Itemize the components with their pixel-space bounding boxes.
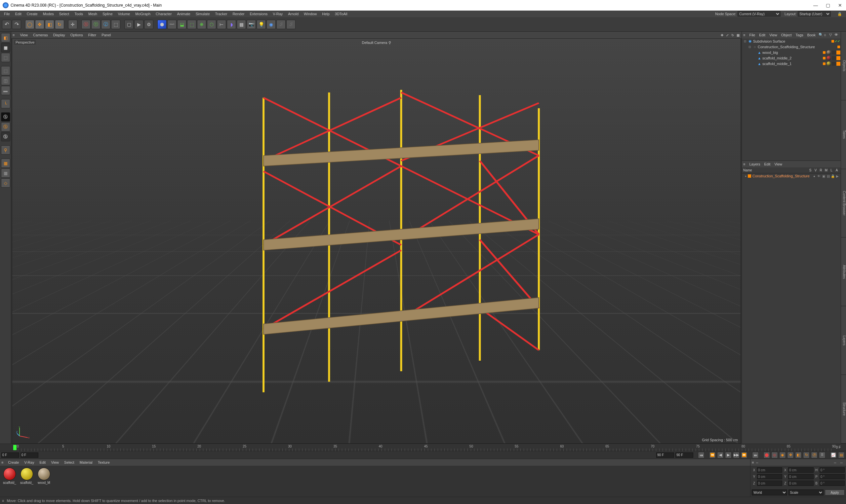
frame-range-end-input[interactable] (675, 452, 693, 458)
axis-x-button[interactable]: Ⓧ (81, 20, 91, 29)
minimize-button[interactable]: — (812, 3, 819, 8)
objmenu-file[interactable]: File (747, 33, 757, 37)
search-icon[interactable]: 🔍 (818, 33, 823, 37)
menu-character[interactable]: Character (153, 12, 174, 16)
material-tag[interactable] (827, 50, 831, 55)
undo-button[interactable]: ↶ (2, 20, 11, 29)
material-item[interactable]: wood_M (36, 468, 52, 495)
tree-row[interactable]: ▲ scaffold_middle_1 (742, 61, 841, 66)
coord-size-input[interactable] (788, 474, 813, 479)
tag-icon[interactable] (836, 56, 840, 60)
menu-help[interactable]: Help (320, 12, 332, 16)
move-tool-button[interactable]: ✥ (35, 20, 44, 29)
menu-animate[interactable]: Animate (174, 12, 193, 16)
visibility-dot[interactable] (838, 46, 840, 48)
texture-mode-button[interactable]: ▦ (1, 43, 10, 52)
menu-create[interactable]: Create (24, 12, 40, 16)
sidetab-attributes[interactable]: Attributes (841, 237, 846, 306)
menu-modes[interactable]: Modes (40, 12, 56, 16)
sidetab-structure[interactable]: Structure (841, 375, 846, 444)
field-button[interactable]: ⊢ (217, 20, 226, 29)
menu-mesh[interactable]: Mesh (86, 12, 100, 16)
layer-render-icon[interactable]: ▣ (822, 174, 826, 178)
view-zoom-icon[interactable]: ⤢ (725, 33, 730, 37)
matmenu-material[interactable]: Material (77, 461, 95, 464)
render-settings-button[interactable]: ⚙ (144, 20, 153, 29)
sidetab-takes[interactable]: Takes (841, 101, 846, 169)
axis-button[interactable]: └ (1, 99, 10, 108)
magnet-button[interactable]: ⚲ (1, 145, 10, 155)
layout-lock-icon[interactable]: 🔒 (835, 12, 845, 16)
frame-current-input[interactable] (20, 452, 38, 458)
param-key-button[interactable]: Ⓟ (811, 452, 817, 458)
last-tool-button[interactable]: ✛ (68, 20, 77, 29)
prev-key-button[interactable]: ⏪ (709, 452, 716, 458)
coord-rot-input[interactable] (819, 481, 845, 486)
tag-icon[interactable] (832, 62, 836, 66)
tree-row[interactable]: ▲ wood_big (742, 50, 841, 55)
menu-select[interactable]: Select (56, 12, 72, 16)
next-key-button[interactable]: ⏩ (741, 452, 747, 458)
dope-button[interactable]: ▤ (838, 452, 845, 458)
coords-apply-button[interactable]: Apply (825, 489, 845, 496)
menu-volume[interactable]: Volume (115, 12, 133, 16)
play-button[interactable]: ▶ (725, 452, 731, 458)
environment-button[interactable]: ▦ (237, 20, 246, 29)
live-select-button[interactable]: ◯ (25, 20, 34, 29)
layer-lock-icon[interactable]: 🔒 (831, 174, 835, 178)
material-tag[interactable] (827, 56, 831, 60)
go-end-button[interactable]: ⏭ (752, 452, 759, 458)
tree-row[interactable]: ▲ scaffold_middle_2 (742, 55, 841, 61)
menu-tools[interactable]: Tools (72, 12, 86, 16)
tree-row[interactable]: ⊟ ○ Construction_Scaffolding_Structure (742, 44, 841, 50)
objmenu-tags[interactable]: Tags (794, 33, 805, 37)
tag-icon[interactable] (836, 62, 840, 66)
point-mode-button[interactable]: ⬚ (1, 66, 10, 75)
menu-v-ray[interactable]: V-Ray (270, 12, 285, 16)
menu-edit[interactable]: Edit (13, 12, 24, 16)
coords-scale-select[interactable]: Scale (789, 489, 824, 496)
spline-button[interactable]: 〰 (167, 20, 176, 29)
coord-rot-input[interactable] (819, 467, 845, 473)
material-tag[interactable] (827, 61, 831, 66)
light-button[interactable]: 💡 (257, 20, 266, 29)
check-icon[interactable]: ✔✔ (835, 39, 840, 43)
mograph-button[interactable]: ❋ (197, 20, 206, 29)
primitive-button[interactable]: ⬢ (157, 20, 167, 29)
timeline-ruler[interactable]: 051015202530354045505560657075808590 0 F (0, 444, 846, 451)
record-button[interactable]: ⬤ (763, 452, 770, 458)
eye-icon[interactable]: 👁 (834, 33, 839, 37)
tag-icon[interactable] (832, 56, 836, 60)
menu-render[interactable]: Render (230, 12, 247, 16)
layer-anim-icon[interactable]: ▶ (835, 174, 840, 178)
menu-simulate[interactable]: Simulate (193, 12, 212, 16)
viewmenu-view[interactable]: View (17, 33, 30, 37)
hamburger-icon[interactable]: ≡ (13, 33, 15, 37)
menu-mograph[interactable]: MoGraph (133, 12, 153, 16)
hamburger-icon[interactable]: ≡ (743, 162, 745, 166)
autokey-button[interactable]: ◎ (771, 452, 778, 458)
matmenu-select[interactable]: Select (62, 461, 77, 464)
keyframe-sel-button[interactable]: ◉ (779, 452, 786, 458)
sidetab-content-browser[interactable]: Content Browser (841, 169, 846, 238)
ruler[interactable]: 051015202530354045505560657075808590 (18, 444, 834, 451)
volume-button[interactable]: ⬡ (207, 20, 216, 29)
coord-pos-input[interactable] (757, 474, 782, 479)
timeline-scrubber[interactable] (13, 445, 17, 450)
visibility-dot[interactable] (823, 57, 826, 59)
axis-z-button[interactable]: Ⓩ (101, 20, 110, 29)
menu-extensions[interactable]: Extensions (247, 12, 270, 16)
script-button-1[interactable]: 𝓢 (276, 20, 286, 29)
maximize-button[interactable]: ▢ (825, 3, 831, 8)
coord-pos-input[interactable] (757, 467, 782, 473)
coord-size-input[interactable] (788, 467, 813, 473)
poly-mode-button[interactable]: ▬ (1, 86, 10, 95)
grid-button-2[interactable]: ▦ (1, 168, 10, 178)
go-start-button[interactable]: ⏮ (698, 452, 705, 458)
material-list[interactable]: scaffold_ scaffold_ wood_M (0, 466, 750, 497)
filter-icon[interactable]: ▽ (829, 33, 834, 37)
view-move-icon[interactable]: ✥ (720, 33, 724, 37)
prev-frame-button[interactable]: ◀ (717, 452, 724, 458)
coord-pos-input[interactable] (757, 481, 782, 486)
tag-icon[interactable] (836, 51, 840, 54)
